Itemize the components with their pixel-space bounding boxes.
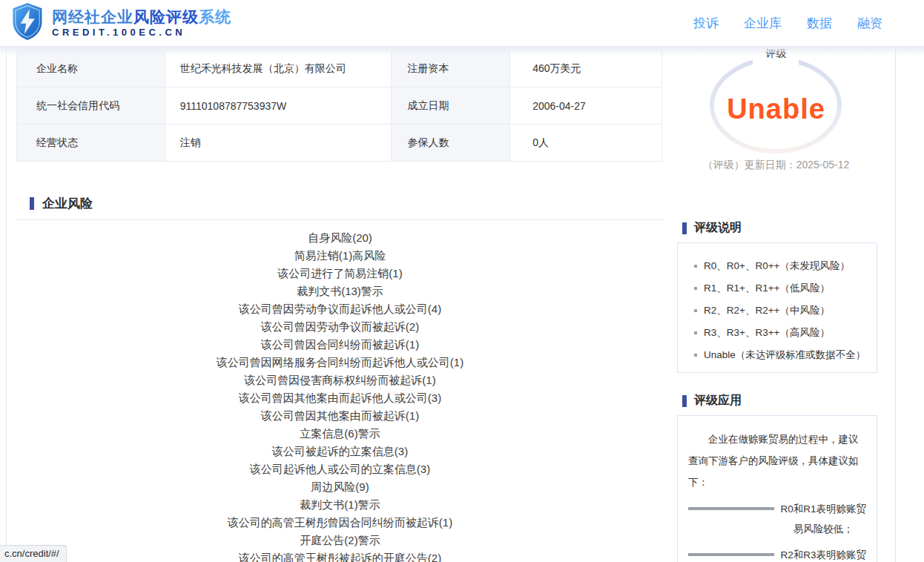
section-title: 评级应用 — [694, 393, 742, 409]
risk-item: 立案信息(6)警示 — [16, 425, 664, 443]
rating-value: Unable — [675, 93, 877, 125]
cell-label: 注册资本 — [392, 50, 510, 87]
table-row: 经营状态 注销 参保人数 0人 — [17, 125, 662, 162]
company-info-table: 企业名称 世纪禾光科技发展（北京）有限公司 注册资本 460万美元 统一社会信用… — [16, 50, 662, 162]
nav-item-company-db[interactable]: 企业库 — [744, 15, 782, 32]
table-row: 统一社会信用代码 91110108787753937W 成立日期 2006-04… — [17, 87, 662, 125]
cell-label: 参保人数 — [392, 125, 510, 162]
cell-label: 企业名称 — [17, 50, 165, 87]
square-bullet-icon — [694, 331, 697, 334]
content-left-border — [6, 46, 7, 562]
square-bullet-icon — [688, 553, 774, 556]
cell-label: 统一社会信用代码 — [17, 87, 165, 125]
usage-intro: 企业在做赊账贸易的过程中，建议查询下游客户的风险评级，具体建议如下： — [688, 429, 866, 493]
risk-item: 该公司曾因合同纠纷而被起诉(1) — [16, 336, 664, 354]
risk-item: 自身风险(20) — [16, 229, 664, 247]
heading-bar-icon — [30, 197, 34, 210]
cell-value: 0人 — [510, 125, 662, 162]
legend-item: Unable（未达评级标准或数据不全） — [694, 348, 877, 362]
nav-item-financing[interactable]: 融资 — [857, 15, 882, 32]
cell-label: 经营状态 — [17, 125, 165, 162]
usage-item: R0和R1表明赊账贸易风险较低； — [688, 499, 866, 539]
table-row: 企业名称 世纪禾光科技发展（北京）有限公司 注册资本 460万美元 — [17, 50, 662, 87]
shield-lightning-icon — [10, 2, 44, 44]
logo-text: 网经社企业风险评级系统 CREDIT.100EC.CN — [52, 9, 231, 38]
content-right-border — [895, 46, 896, 562]
square-bullet-icon — [694, 309, 697, 312]
site-logo[interactable]: 网经社企业风险评级系统 CREDIT.100EC.CN — [10, 2, 231, 44]
risk-item: 该公司的高管王树彤被起诉的开庭公告(2) — [16, 549, 664, 562]
legend-item: R0、R0+、R0++（未发现风险） — [694, 259, 877, 273]
logo-subtitle: CREDIT.100EC.CN — [52, 27, 231, 38]
section-divider — [16, 219, 664, 220]
rating-gauge: 评级 Unable （评级）更新日期：2025-05-12 — [675, 46, 877, 172]
cell-label: 成立日期 — [392, 87, 510, 125]
risk-item: 该公司曾因其他案由而起诉他人或公司(3) — [16, 389, 664, 407]
top-nav: 投诉 企业库 数据 融资 — [693, 15, 882, 32]
risk-item: 周边风险(9) — [16, 478, 664, 496]
cell-value: 2006-04-27 — [510, 87, 662, 125]
risk-item: 开庭公告(2)警示 — [16, 532, 664, 549]
square-bullet-icon — [688, 507, 774, 510]
heading-bar-icon — [682, 222, 687, 234]
rating-legend-heading: 评级说明 — [682, 220, 742, 236]
rating-update-date: （评级）更新日期：2025-05-12 — [675, 159, 877, 172]
legend-item: R3、R3+、R3++（高风险） — [694, 325, 877, 340]
risk-item: 该公司起诉他人或公司的立案信息(3) — [16, 460, 664, 478]
nav-item-data[interactable]: 数据 — [807, 15, 832, 32]
usage-item: R2和R3表明赊账贸易风险高； — [688, 545, 866, 562]
risk-item: 该公司被起诉的立案信息(3) — [16, 443, 664, 460]
risk-item: 该公司曾因网络服务合同纠纷而起诉他人或公司(1) — [16, 354, 664, 371]
risk-item: 裁判文书(1)警示 — [16, 496, 664, 514]
rating-legend-box: R0、R0+、R0++（未发现风险） R1、R1+、R1++（低风险） R2、R… — [677, 242, 877, 373]
rating-usage-heading: 评级应用 — [682, 393, 742, 409]
heading-bar-icon — [682, 395, 687, 407]
cell-value: 460万美元 — [510, 50, 662, 87]
risk-list: 自身风险(20) 简易注销(1)高风险 该公司进行了简易注销(1) 裁判文书(1… — [16, 229, 664, 562]
header-shadow — [0, 46, 924, 56]
link-preview-tooltip: c.cn/credit/#/ — [0, 545, 67, 562]
top-header: 网经社企业风险评级系统 CREDIT.100EC.CN 投诉 企业库 数据 融资 — [0, 0, 924, 46]
risk-item: 该公司曾因侵害商标权纠纷而被起诉(1) — [16, 371, 664, 389]
risk-item: 简易注销(1)高风险 — [16, 247, 664, 265]
risk-item: 裁判文书(13)警示 — [16, 282, 664, 300]
risk-item: 该公司曾因劳动争议而被起诉(2) — [16, 318, 664, 336]
nav-item-complaint[interactable]: 投诉 — [693, 15, 719, 32]
risk-item: 该公司曾因劳动争议而起诉他人或公司(4) — [16, 300, 664, 318]
cell-value: 注销 — [165, 125, 392, 162]
company-risk-heading: 企业风险 — [30, 195, 93, 212]
square-bullet-icon — [694, 354, 697, 357]
square-bullet-icon — [694, 287, 697, 290]
rating-usage-box: 企业在做赊账贸易的过程中，建议查询下游客户的风险评级，具体建议如下： R0和R1… — [677, 415, 877, 562]
legend-item: R1、R1+、R1++（低风险） — [694, 281, 877, 295]
cell-value: 世纪禾光科技发展（北京）有限公司 — [165, 50, 392, 87]
page: 网经社企业风险评级系统 CREDIT.100EC.CN 投诉 企业库 数据 融资… — [0, 0, 924, 562]
risk-item: 该公司曾因其他案由而被起诉(1) — [16, 407, 664, 425]
section-title: 评级说明 — [694, 220, 742, 236]
logo-title: 网经社企业风险评级系统 — [52, 9, 231, 25]
cell-value: 91110108787753937W — [165, 87, 392, 125]
square-bullet-icon — [694, 265, 697, 268]
risk-item: 该公司进行了简易注销(1) — [16, 265, 664, 282]
section-title: 企业风险 — [42, 195, 93, 212]
risk-item: 该公司的高管王树彤曾因合同纠纷而被起诉(1) — [16, 514, 664, 532]
legend-item: R2、R2+、R2++（中风险） — [694, 303, 877, 317]
